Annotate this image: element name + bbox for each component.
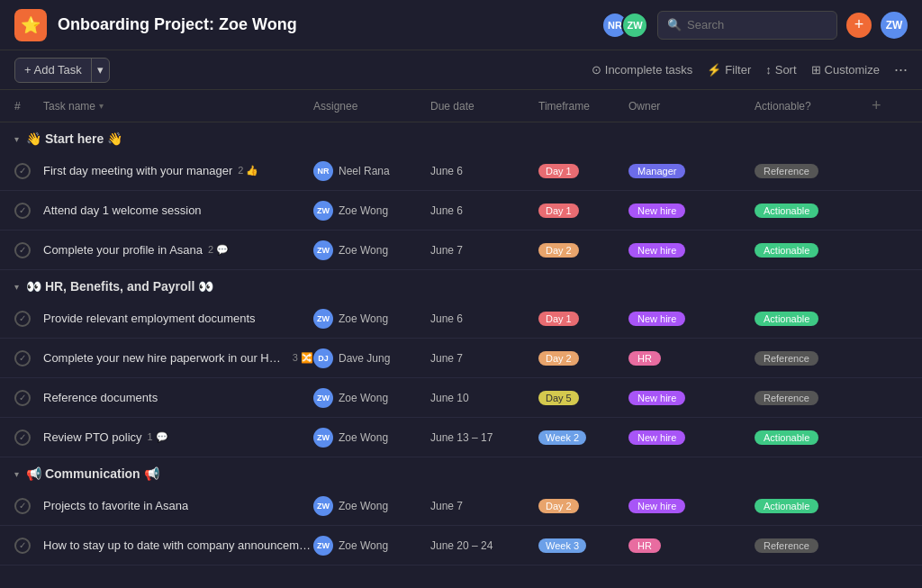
filter-button[interactable]: ⚡ Filter <box>707 63 751 77</box>
section-toggle-start[interactable]: ▾ <box>14 134 19 144</box>
owner-badge: HR <box>628 538 661 553</box>
task-row[interactable]: ✓ Projects to favorite in Asana ZW Zoe W… <box>0 486 922 526</box>
task-name: First day meeting with your manager <box>43 164 232 177</box>
toolbar-right: ⊙ Incomplete tasks ⚡ Filter ↕ Sort ⊞ Cus… <box>592 60 908 79</box>
task-name-cell: Projects to favorite in Asana <box>43 499 313 512</box>
assignee-name: Zoe Wong <box>339 392 388 404</box>
assignee-avatar: ZW <box>313 536 333 556</box>
col-actionable: Actionable? <box>755 100 872 113</box>
task-checkbox[interactable]: ✓ <box>14 390 31 406</box>
assignee-cell: DJ Dave Jung <box>313 348 430 368</box>
owner-cell: HR <box>628 351 755 366</box>
task-checkbox[interactable]: ✓ <box>14 350 31 366</box>
section-communication: ▾ 📢 Communication 📢 <box>0 457 922 486</box>
task-name: How to stay up to date with company anno… <box>43 538 313 552</box>
owner-cell: New hire <box>628 499 755 513</box>
task-name-cell: First day meeting with your manager 2 👍 <box>43 164 313 177</box>
due-date: June 7 <box>430 500 538 512</box>
task-badge: 2 👍 <box>238 165 258 176</box>
task-checkbox[interactable]: ✓ <box>14 498 31 514</box>
timeframe-badge: Day 2 <box>538 243 579 258</box>
task-row[interactable]: ✓ Review PTO policy 1 💬 ZW Zoe Wong June… <box>0 418 922 457</box>
search-input[interactable] <box>687 18 827 32</box>
assignee-cell: ZW Zoe Wong <box>313 309 430 329</box>
actionable-badge: Actionable <box>755 204 818 218</box>
owner-cell: New hire <box>628 312 755 326</box>
owner-badge: New hire <box>628 243 685 258</box>
actionable-badge: Reference <box>755 538 818 553</box>
assignee-avatar: ZW <box>313 201 333 221</box>
task-badge: 2 💬 <box>208 244 229 256</box>
col-num: # <box>14 100 43 113</box>
timeframe-cell: Day 2 <box>538 243 628 258</box>
task-name: Projects to favorite in Asana <box>43 499 188 512</box>
incomplete-tasks-filter[interactable]: ⊙ Incomplete tasks <box>592 63 693 77</box>
task-checkbox[interactable]: ✓ <box>14 538 31 554</box>
actionable-badge: Reference <box>755 391 818 405</box>
add-task-button[interactable]: + Add Task ▾ <box>14 58 110 83</box>
header: ⭐ Onboarding Project: Zoe Wong NR ZW 🔍 +… <box>0 0 922 50</box>
page-title: Onboarding Project: Zoe Wong <box>58 15 591 34</box>
assignee-avatar: DJ <box>313 348 333 368</box>
timeframe-badge: Week 2 <box>538 430 586 445</box>
customize-button[interactable]: ⊞ Customize <box>811 63 880 77</box>
add-task-arrow[interactable]: ▾ <box>91 59 109 82</box>
assignee-name: Zoe Wong <box>339 539 388 552</box>
section-title-start: 👋 Start here 👋 <box>26 131 122 146</box>
sort-button[interactable]: ↕ Sort <box>765 63 796 77</box>
owner-cell: HR <box>628 538 755 553</box>
add-column-button[interactable]: + <box>872 96 908 115</box>
more-options-button[interactable]: ··· <box>894 60 908 79</box>
customize-icon: ⊞ <box>811 63 821 77</box>
actionable-cell: Actionable <box>755 243 872 258</box>
assignee-cell: ZW Zoe Wong <box>313 428 430 448</box>
section-toggle-comm[interactable]: ▾ <box>14 469 19 479</box>
owner-cell: New hire <box>628 243 755 258</box>
section-start-here: ▾ 👋 Start here 👋 <box>0 122 922 151</box>
task-checkbox[interactable]: ✓ <box>14 311 31 327</box>
task-checkbox[interactable]: ✓ <box>14 430 31 446</box>
filter-label: Filter <box>725 63 751 77</box>
actionable-cell: Reference <box>755 164 872 178</box>
task-checkbox[interactable]: ✓ <box>14 242 31 258</box>
timeframe-badge: Week 3 <box>538 538 586 553</box>
search-bar[interactable]: 🔍 <box>657 11 837 40</box>
assignee-avatar: ZW <box>313 240 333 260</box>
search-icon: 🔍 <box>667 18 682 32</box>
actionable-badge: Reference <box>755 351 818 366</box>
task-checkbox[interactable]: ✓ <box>14 203 31 219</box>
assignee-avatar: ZW <box>313 428 333 448</box>
task-row[interactable]: ✓ Complete your new hire paperwork in ou… <box>0 339 922 378</box>
assignee-cell: ZW Zoe Wong <box>313 388 430 408</box>
task-row[interactable]: ✓ Reference documents ZW Zoe Wong June 1… <box>0 378 922 418</box>
timeframe-cell: Day 2 <box>538 499 628 513</box>
task-row[interactable]: ✓ First day meeting with your manager 2 … <box>0 151 922 191</box>
section-toggle-hr[interactable]: ▾ <box>14 282 19 292</box>
owner-badge: HR <box>628 351 661 366</box>
actionable-badge: Actionable <box>755 430 818 445</box>
section-hr-benefits: ▾ 👀 HR, Benefits, and Payroll 👀 <box>0 270 922 299</box>
assignee-cell: ZW Zoe Wong <box>313 201 430 221</box>
task-row[interactable]: ✓ How to stay up to date with company an… <box>0 526 922 565</box>
task-badge: 1 💬 <box>148 431 168 443</box>
task-checkbox[interactable]: ✓ <box>14 163 31 179</box>
col-assignee: Assignee <box>313 100 430 113</box>
filter-circle-icon: ⊙ <box>592 63 601 77</box>
timeframe-badge: Day 1 <box>538 164 579 178</box>
owner-badge: New hire <box>628 391 685 405</box>
owner-badge: New hire <box>628 430 685 445</box>
add-button[interactable]: + <box>846 13 872 38</box>
task-name-cell: Review PTO policy 1 💬 <box>43 430 313 444</box>
task-row[interactable]: ✓ Attend day 1 welcome session ZW Zoe Wo… <box>0 191 922 231</box>
owner-badge: New hire <box>628 204 685 218</box>
actionable-cell: Reference <box>755 538 872 553</box>
assignee-avatar: ZW <box>313 309 333 329</box>
task-row[interactable]: ✓ Provide relevant employment documents … <box>0 299 922 339</box>
due-date: June 7 <box>430 352 538 365</box>
add-task-label[interactable]: + Add Task <box>15 63 91 77</box>
task-row[interactable]: ✓ Complete your profile in Asana 2 💬 ZW … <box>0 231 922 270</box>
due-date: June 20 – 24 <box>430 539 538 552</box>
task-name: Complete your new hire paperwork in our … <box>43 351 287 365</box>
actionable-cell: Actionable <box>755 499 872 513</box>
due-date: June 10 <box>430 392 538 404</box>
